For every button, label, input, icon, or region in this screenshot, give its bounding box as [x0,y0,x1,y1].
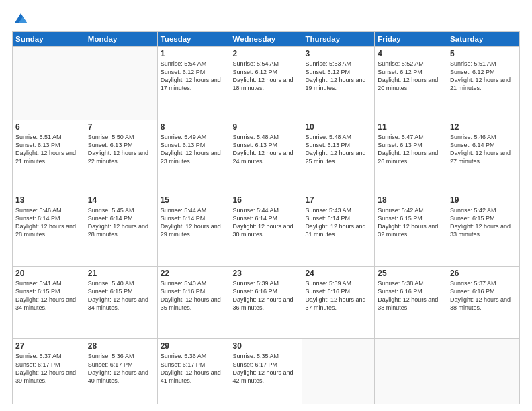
cell-info: Sunrise: 5:40 AM Sunset: 6:16 PM Dayligh… [161,279,227,312]
cell-info: Sunrise: 5:45 AM Sunset: 6:14 PM Dayligh… [88,206,154,239]
calendar-cell: 9Sunrise: 5:48 AM Sunset: 6:13 PM Daylig… [230,120,302,193]
calendar-week-2: 13Sunrise: 5:46 AM Sunset: 6:14 PM Dayli… [13,193,520,266]
cell-info: Sunrise: 5:38 AM Sunset: 6:16 PM Dayligh… [378,279,444,312]
day-number: 8 [161,122,227,132]
calendar-cell: 24Sunrise: 5:39 AM Sunset: 6:16 PM Dayli… [302,266,375,339]
cell-info: Sunrise: 5:54 AM Sunset: 6:12 PM Dayligh… [161,60,227,93]
day-number: 6 [15,122,82,132]
cell-info: Sunrise: 5:40 AM Sunset: 6:15 PM Dayligh… [88,279,154,312]
calendar-cell: 4Sunrise: 5:52 AM Sunset: 6:12 PM Daylig… [375,47,447,120]
col-header-saturday: Saturday [447,32,520,47]
cell-info: Sunrise: 5:50 AM Sunset: 6:13 PM Dayligh… [88,133,154,166]
cell-info: Sunrise: 5:46 AM Sunset: 6:14 PM Dayligh… [450,133,517,166]
calendar-week-3: 20Sunrise: 5:41 AM Sunset: 6:15 PM Dayli… [13,266,520,339]
day-number: 3 [305,49,371,58]
cell-info: Sunrise: 5:49 AM Sunset: 6:13 PM Dayligh… [161,133,227,166]
calendar-cell: 12Sunrise: 5:46 AM Sunset: 6:14 PM Dayli… [447,120,520,193]
calendar-cell: 7Sunrise: 5:50 AM Sunset: 6:13 PM Daylig… [85,120,157,193]
cell-info: Sunrise: 5:44 AM Sunset: 6:14 PM Dayligh… [233,206,300,239]
cell-info: Sunrise: 5:54 AM Sunset: 6:12 PM Dayligh… [233,60,300,93]
day-number: 18 [378,195,444,205]
day-number: 13 [15,195,82,205]
cell-info: Sunrise: 5:42 AM Sunset: 6:15 PM Dayligh… [378,206,444,239]
calendar-week-0: 1Sunrise: 5:54 AM Sunset: 6:12 PM Daylig… [13,47,520,120]
calendar-cell: 29Sunrise: 5:36 AM Sunset: 6:17 PM Dayli… [157,339,230,404]
calendar-cell: 25Sunrise: 5:38 AM Sunset: 6:16 PM Dayli… [375,266,447,339]
cell-info: Sunrise: 5:36 AM Sunset: 6:17 PM Dayligh… [161,352,227,385]
day-number: 17 [305,195,371,205]
calendar-cell: 28Sunrise: 5:36 AM Sunset: 6:17 PM Dayli… [85,339,157,404]
day-number: 28 [88,341,154,351]
calendar-week-4: 27Sunrise: 5:37 AM Sunset: 6:17 PM Dayli… [13,339,520,404]
col-header-monday: Monday [85,32,157,47]
cell-info: Sunrise: 5:42 AM Sunset: 6:15 PM Dayligh… [450,206,517,239]
logo-icon [13,12,28,24]
day-number: 22 [161,269,227,278]
day-number: 24 [305,269,371,278]
calendar-cell: 23Sunrise: 5:39 AM Sunset: 6:16 PM Dayli… [230,266,302,339]
cell-info: Sunrise: 5:41 AM Sunset: 6:15 PM Dayligh… [15,279,82,312]
page: SundayMondayTuesdayWednesdayThursdayFrid… [0,0,532,411]
calendar-cell: 13Sunrise: 5:46 AM Sunset: 6:14 PM Dayli… [13,193,85,266]
day-number: 21 [88,269,154,278]
day-number: 14 [88,195,154,205]
cell-info: Sunrise: 5:37 AM Sunset: 6:17 PM Dayligh… [15,352,82,385]
cell-info: Sunrise: 5:35 AM Sunset: 6:17 PM Dayligh… [233,352,300,385]
calendar-cell: 22Sunrise: 5:40 AM Sunset: 6:16 PM Dayli… [157,266,230,339]
day-number: 12 [450,122,517,132]
calendar-cell: 21Sunrise: 5:40 AM Sunset: 6:15 PM Dayli… [85,266,157,339]
calendar-cell [13,47,85,120]
calendar-cell [302,339,375,404]
day-number: 29 [161,341,227,351]
day-number: 19 [450,195,517,205]
col-header-wednesday: Wednesday [230,32,302,47]
calendar-table: SundayMondayTuesdayWednesdayThursdayFrid… [12,31,520,404]
calendar-cell: 8Sunrise: 5:49 AM Sunset: 6:13 PM Daylig… [157,120,230,193]
day-number: 25 [378,269,444,278]
day-number: 30 [233,341,300,351]
calendar-cell: 3Sunrise: 5:53 AM Sunset: 6:12 PM Daylig… [302,47,375,120]
day-number: 20 [15,269,82,278]
day-number: 11 [378,122,444,132]
day-number: 10 [305,122,371,132]
cell-info: Sunrise: 5:44 AM Sunset: 6:14 PM Dayligh… [161,206,227,239]
header [12,12,520,24]
calendar-cell: 27Sunrise: 5:37 AM Sunset: 6:17 PM Dayli… [13,339,85,404]
calendar-cell: 14Sunrise: 5:45 AM Sunset: 6:14 PM Dayli… [85,193,157,266]
calendar-week-1: 6Sunrise: 5:51 AM Sunset: 6:13 PM Daylig… [13,120,520,193]
cell-info: Sunrise: 5:37 AM Sunset: 6:16 PM Dayligh… [450,279,517,312]
cell-info: Sunrise: 5:51 AM Sunset: 6:13 PM Dayligh… [15,133,82,166]
cell-info: Sunrise: 5:48 AM Sunset: 6:13 PM Dayligh… [305,133,371,166]
col-header-tuesday: Tuesday [157,32,230,47]
calendar-cell: 15Sunrise: 5:44 AM Sunset: 6:14 PM Dayli… [157,193,230,266]
calendar-cell: 18Sunrise: 5:42 AM Sunset: 6:15 PM Dayli… [375,193,447,266]
calendar-cell: 16Sunrise: 5:44 AM Sunset: 6:14 PM Dayli… [230,193,302,266]
day-number: 2 [233,49,300,58]
calendar-cell: 11Sunrise: 5:47 AM Sunset: 6:13 PM Dayli… [375,120,447,193]
calendar-cell: 30Sunrise: 5:35 AM Sunset: 6:17 PM Dayli… [230,339,302,404]
cell-info: Sunrise: 5:51 AM Sunset: 6:12 PM Dayligh… [450,60,517,93]
cell-info: Sunrise: 5:52 AM Sunset: 6:12 PM Dayligh… [378,60,444,93]
calendar-header-row: SundayMondayTuesdayWednesdayThursdayFrid… [13,32,520,47]
calendar-cell: 19Sunrise: 5:42 AM Sunset: 6:15 PM Dayli… [447,193,520,266]
calendar-cell [375,339,447,404]
day-number: 9 [233,122,300,132]
calendar-cell: 17Sunrise: 5:43 AM Sunset: 6:14 PM Dayli… [302,193,375,266]
calendar-cell [85,47,157,120]
calendar-cell: 5Sunrise: 5:51 AM Sunset: 6:12 PM Daylig… [447,47,520,120]
cell-info: Sunrise: 5:46 AM Sunset: 6:14 PM Dayligh… [15,206,82,239]
day-number: 5 [450,49,517,58]
col-header-friday: Friday [375,32,447,47]
day-number: 16 [233,195,300,205]
day-number: 27 [15,341,82,351]
cell-info: Sunrise: 5:36 AM Sunset: 6:17 PM Dayligh… [88,352,154,385]
cell-info: Sunrise: 5:53 AM Sunset: 6:12 PM Dayligh… [305,60,371,93]
day-number: 4 [378,49,444,58]
calendar-cell: 2Sunrise: 5:54 AM Sunset: 6:12 PM Daylig… [230,47,302,120]
cell-info: Sunrise: 5:39 AM Sunset: 6:16 PM Dayligh… [233,279,300,312]
day-number: 26 [450,269,517,278]
cell-info: Sunrise: 5:47 AM Sunset: 6:13 PM Dayligh… [378,133,444,166]
calendar-cell: 10Sunrise: 5:48 AM Sunset: 6:13 PM Dayli… [302,120,375,193]
calendar-cell: 20Sunrise: 5:41 AM Sunset: 6:15 PM Dayli… [13,266,85,339]
calendar-cell [447,339,520,404]
